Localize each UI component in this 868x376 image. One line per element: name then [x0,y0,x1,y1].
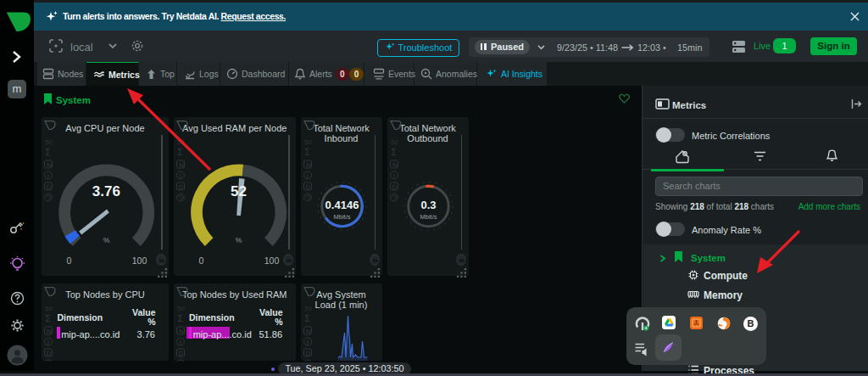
svg-text:0.3: 0.3 [420,199,436,211]
svg-text:0: 0 [67,255,72,266]
svg-text:%: % [103,236,110,244]
svg-text:3.76: 3.76 [92,183,120,199]
svg-text:Mbit/s: Mbit/s [420,213,437,221]
svg-text:Mbit/s: Mbit/s [333,213,350,221]
svg-text:0: 0 [198,255,203,266]
svg-text:100: 100 [132,255,147,266]
svg-text:0.4146: 0.4146 [325,199,359,211]
svg-text:%: % [235,236,242,244]
svg-text:100: 100 [264,255,279,266]
svg-text:52: 52 [230,183,246,199]
